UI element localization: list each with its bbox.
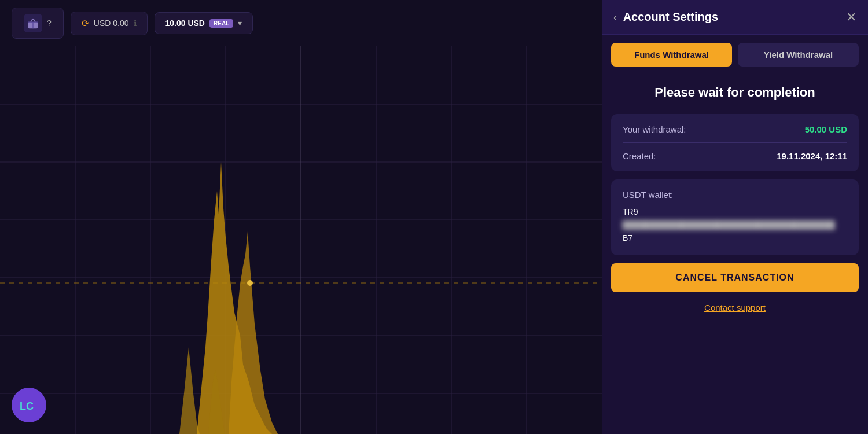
account-type-badge: REAL xyxy=(209,19,233,28)
info-divider xyxy=(623,142,847,143)
tab-funds-withdrawal[interactable]: Funds Withdrawal xyxy=(611,43,732,67)
svg-marker-17 xyxy=(229,231,278,434)
contact-support-link[interactable]: Contact support xyxy=(611,300,859,315)
panel-header-left: ‹ Account Settings xyxy=(613,10,718,24)
info-icon: ℹ xyxy=(134,19,137,28)
wallet-card: USDT wallet: TR9████████████████████████… xyxy=(611,179,859,255)
withdrawal-row: Your withdrawal: 50.00 USD xyxy=(623,124,847,134)
panel-title: Account Settings xyxy=(623,10,718,24)
created-row: Created: 19.11.2024, 12:11 xyxy=(623,151,847,161)
right-panel: ‹ Account Settings ✕ Funds Withdrawal Yi… xyxy=(602,0,868,434)
tab-row: Funds Withdrawal Yield Withdrawal xyxy=(602,35,868,75)
back-button[interactable]: ‹ xyxy=(613,10,617,24)
panel-header: ‹ Account Settings ✕ xyxy=(602,0,868,35)
withdrawal-value: 50.00 USD xyxy=(805,124,847,134)
mystery-box-button[interactable]: ? xyxy=(12,8,64,39)
cancel-transaction-button[interactable]: CANCEL TRANSACTION xyxy=(611,263,859,292)
dropdown-icon: ▾ xyxy=(238,19,242,28)
chart-grid xyxy=(0,46,602,434)
balance-button[interactable]: ⟳ USD 0.00 ℹ xyxy=(71,12,148,35)
balance-value: USD 0.00 xyxy=(94,19,129,28)
created-label: Created: xyxy=(623,151,656,161)
top-bar: ? ⟳ USD 0.00 ℹ 10.00 USD REAL ▾ xyxy=(0,0,602,46)
svg-point-20 xyxy=(247,280,253,286)
app-logo: LC xyxy=(12,388,46,422)
refresh-icon: ⟳ xyxy=(82,18,89,29)
wallet-address: TR9████████████████████████████████████ … xyxy=(623,205,847,245)
close-button[interactable]: ✕ xyxy=(846,11,856,24)
panel-content: Please wait for completion Your withdraw… xyxy=(602,75,868,434)
wallet-blurred: ████████████████████████████████████ xyxy=(623,219,836,231)
svg-text:LC: LC xyxy=(20,400,34,412)
chart-area: ? ⟳ USD 0.00 ℹ 10.00 USD REAL ▾ xyxy=(0,0,602,434)
tab-yield-withdrawal[interactable]: Yield Withdrawal xyxy=(738,43,859,67)
account-button[interactable]: 10.00 USD REAL ▾ xyxy=(155,12,253,34)
wallet-label: USDT wallet: xyxy=(623,190,847,200)
withdrawal-label: Your withdrawal: xyxy=(623,124,686,134)
wallet-prefix: TR9 xyxy=(623,207,638,216)
wait-title: Please wait for completion xyxy=(611,75,859,106)
svg-marker-18 xyxy=(179,347,200,434)
account-amount: 10.00 USD xyxy=(165,19,205,28)
wallet-suffix: B7 xyxy=(623,233,632,242)
mystery-box-icon xyxy=(24,14,42,32)
created-value: 19.11.2024, 12:11 xyxy=(777,151,847,161)
mystery-box-label: ? xyxy=(47,19,52,28)
withdrawal-info-card: Your withdrawal: 50.00 USD Created: 19.1… xyxy=(611,114,859,171)
